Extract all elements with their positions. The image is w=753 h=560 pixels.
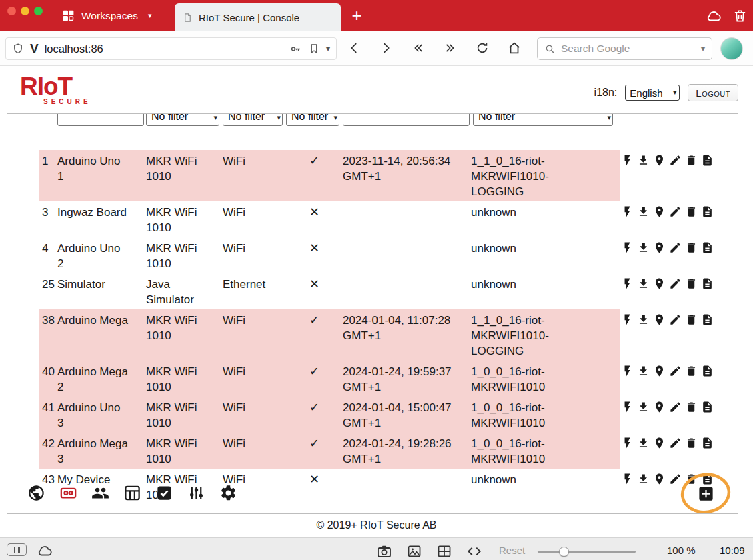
edit-icon[interactable] [669,365,682,377]
edit-icon[interactable] [669,154,682,167]
flash-icon[interactable] [621,205,634,218]
url-dropdown-chevron-icon[interactable]: ▾ [326,44,330,53]
back-button[interactable] [346,40,362,56]
location-icon[interactable] [653,401,666,413]
location-icon[interactable] [653,365,666,377]
browser-tab[interactable]: RIoT Secure | Console [175,3,341,31]
flash-icon[interactable] [621,313,634,326]
delete-icon[interactable] [685,205,698,218]
document-icon[interactable] [701,401,714,413]
grid-icon[interactable] [123,484,141,502]
bookmark-icon[interactable] [308,43,320,55]
download-icon[interactable] [637,401,650,413]
new-tab-button[interactable]: + [347,5,367,26]
filter-firmware-select[interactable]: No filter▾ [473,113,613,126]
flash-icon[interactable] [621,401,634,413]
delete-icon[interactable] [685,154,698,167]
search-engine-chevron-icon[interactable]: ▾ [701,44,705,53]
code-view-icon[interactable] [466,543,483,560]
devices-icon[interactable] [59,484,77,502]
download-icon[interactable] [637,437,650,449]
flash-icon[interactable] [621,437,634,449]
flash-icon[interactable] [621,365,634,377]
download-icon[interactable] [637,277,650,290]
url-field[interactable]: V localhost:86 ▾ [5,37,337,60]
maximize-window-button[interactable] [34,7,43,15]
globe-icon[interactable] [27,484,45,502]
download-icon[interactable] [637,154,650,167]
delete-icon[interactable] [685,277,698,290]
delete-icon[interactable] [685,401,698,413]
fast-forward-button[interactable] [442,40,458,56]
zoom-slider[interactable] [538,551,636,553]
profile-avatar[interactable] [720,37,743,60]
filter-name-input[interactable] [57,113,144,126]
delete-icon[interactable] [685,241,698,254]
search-field[interactable]: Search Google ▾ [537,37,712,60]
tiling-grid-icon[interactable] [436,543,452,559]
filter-connection-select[interactable]: No filter▾ [223,113,283,126]
download-icon[interactable] [637,205,650,218]
location-icon[interactable] [653,437,666,449]
settings-icon[interactable] [219,484,237,502]
edit-icon[interactable] [669,277,682,290]
delete-icon[interactable] [685,365,698,377]
flash-icon[interactable] [621,277,634,290]
rewind-button[interactable] [410,40,426,56]
delete-icon[interactable] [685,437,698,449]
download-icon[interactable] [637,365,650,377]
document-icon[interactable] [701,277,714,290]
flash-icon[interactable] [621,154,634,167]
flash-icon[interactable] [621,473,634,485]
language-select[interactable]: English [625,85,680,101]
delete-icon[interactable] [685,313,698,326]
key-icon[interactable] [289,43,302,55]
edit-icon[interactable] [669,313,682,326]
download-icon[interactable] [637,241,650,254]
edit-icon[interactable] [669,241,682,254]
zoom-reset-label[interactable]: Reset [499,545,525,556]
document-icon[interactable] [701,437,714,449]
download-icon[interactable] [637,473,650,485]
download-icon[interactable] [637,313,650,326]
delete-icon[interactable] [685,473,698,485]
location-icon[interactable] [653,313,666,326]
edit-icon[interactable] [669,473,682,485]
sync-status-cloud-icon[interactable] [36,542,53,559]
logout-button[interactable]: Logout [688,84,738,101]
filter-board-select[interactable]: No filter▾ [146,113,219,126]
flash-icon[interactable] [621,241,634,254]
document-icon[interactable] [701,473,714,485]
location-icon[interactable] [653,277,666,290]
document-icon[interactable] [701,205,714,218]
document-icon[interactable] [701,313,714,326]
filter-lastseen-input[interactable] [343,113,470,126]
filter-status-select[interactable]: No filter▾ [286,113,339,126]
sync-cloud-icon[interactable] [705,7,722,25]
zoom-slider-thumb[interactable] [559,547,569,557]
trash-icon[interactable] [732,8,748,23]
add-device-button[interactable] [697,485,715,503]
users-icon[interactable] [91,484,109,502]
location-icon[interactable] [653,473,666,485]
location-icon[interactable] [653,154,666,167]
reload-button[interactable] [474,40,490,56]
tasks-icon[interactable] [155,484,173,502]
location-icon[interactable] [653,205,666,218]
workspaces-menu[interactable]: Workspaces ▾ [61,0,152,31]
panel-toggle-button[interactable] [7,543,27,556]
location-icon[interactable] [653,241,666,254]
document-icon[interactable] [701,154,714,167]
document-icon[interactable] [701,365,714,377]
page-actions-image-icon[interactable] [406,543,422,559]
tune-icon[interactable] [187,484,205,502]
forward-button[interactable] [378,40,394,56]
home-button[interactable] [506,40,522,56]
edit-icon[interactable] [669,205,682,218]
edit-icon[interactable] [669,437,682,449]
minimize-window-button[interactable] [21,7,29,15]
edit-icon[interactable] [669,401,682,413]
close-window-button[interactable] [7,7,16,15]
capture-page-icon[interactable] [376,543,392,559]
document-icon[interactable] [701,241,714,254]
